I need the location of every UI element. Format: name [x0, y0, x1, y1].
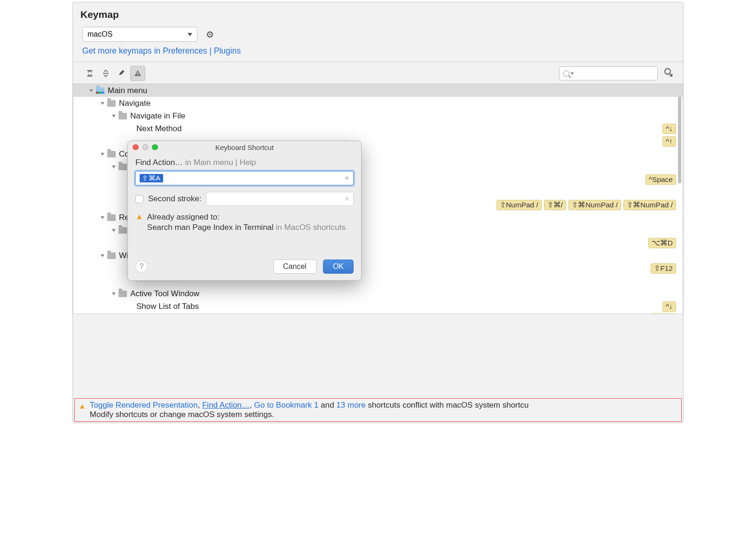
dialog-title: Keyboard Shortcut — [215, 143, 274, 151]
folder-icon — [118, 113, 127, 119]
conflict-link[interactable]: Toggle Rendered Presentation — [90, 401, 198, 410]
second-stroke-label: Second stroke: — [148, 194, 201, 204]
plus-icon: + — [345, 194, 349, 204]
warning-icon: ▲ — [135, 213, 143, 221]
keymap-preferences-panel: Keymap macOS ⚙ Get more keymaps in Prefe… — [72, 2, 684, 423]
folder-icon — [107, 252, 116, 259]
cancel-button[interactable]: Cancel — [273, 260, 316, 274]
tree-row-show-tabs[interactable]: Show List of Tabs^↓ — [73, 300, 683, 313]
tree-row-main-menu[interactable]: Main menu — [73, 84, 683, 97]
shortcut-tag: ^↓ — [662, 301, 676, 312]
plus-icon[interactable]: + — [345, 173, 349, 183]
more-keymaps-link[interactable]: Get more keymaps in Preferences | Plugin… — [80, 42, 676, 62]
already-assigned-warning: ▲ Already assigned to: Search man Page I… — [135, 213, 354, 232]
folder-icon — [96, 87, 104, 94]
expand-all-button[interactable] — [82, 66, 97, 81]
shortcut-tag: ^↓ — [662, 124, 676, 134]
zoom-icon[interactable] — [152, 144, 158, 150]
dialog-titlebar[interactable]: Keyboard Shortcut — [128, 141, 361, 153]
edit-shortcut-button[interactable] — [114, 66, 129, 81]
tree-row-navigate[interactable]: Navigate — [73, 97, 683, 110]
second-stroke-input: + — [206, 192, 354, 206]
search-input[interactable] — [559, 66, 658, 80]
shortcut-tag: ⇧⌘/ — [544, 200, 566, 210]
folder-icon — [118, 291, 127, 297]
chevron-down-icon — [570, 72, 574, 75]
ok-button[interactable]: OK — [323, 260, 354, 274]
tree-row-navigate-in-file[interactable]: Navigate in File — [73, 110, 683, 122]
second-stroke-checkbox[interactable] — [135, 195, 143, 203]
search-icon — [563, 71, 569, 77]
gear-icon[interactable]: ⚙ — [206, 29, 214, 40]
conflict-notice: ▲ Toggle Rendered Presentation, Find Act… — [74, 398, 682, 422]
folder-icon — [118, 164, 127, 170]
folder-icon — [107, 100, 116, 107]
conflict-link-find-action[interactable]: Find Action… — [202, 401, 250, 410]
first-stroke-value: ⇧⌘A — [140, 174, 163, 182]
shortcut-tag: ⌥⌘` — [651, 313, 676, 314]
conflict-link[interactable]: Go to Bookmark 1 — [254, 401, 319, 410]
shortcut-tag: ^Space — [646, 174, 676, 185]
page-title: Keymap — [80, 9, 676, 20]
chevron-down-icon — [188, 33, 192, 36]
tree-row-next-project-window[interactable]: Next Project Window⌥⌘` — [73, 313, 683, 314]
shortcut-tag: ^↑ — [662, 136, 676, 147]
folder-icon — [118, 227, 127, 234]
help-button[interactable]: ? — [135, 260, 148, 273]
shortcut-tag: ⌥⌘D — [648, 238, 676, 248]
dialog-action-path: Find Action… in Main menu | Help — [135, 158, 354, 167]
folder-icon — [107, 151, 116, 158]
toolbar — [80, 62, 676, 84]
tree-row-next-method[interactable]: Next Method^↓ — [73, 122, 683, 135]
svg-rect-0 — [137, 72, 138, 74]
keyboard-shortcut-dialog: Keyboard Shortcut Find Action… in Main m… — [127, 141, 362, 281]
collapse-all-button[interactable] — [98, 66, 113, 81]
warning-icon: ▲ — [79, 402, 86, 410]
shortcut-tag: ⇧F12 — [651, 263, 676, 274]
shortcut-tag: ⇧NumPad / — [496, 200, 542, 210]
first-stroke-input[interactable]: ⇧⌘A + — [135, 171, 354, 185]
minimize-icon — [142, 144, 149, 150]
svg-point-2 — [665, 69, 670, 74]
keymap-select[interactable]: macOS — [82, 27, 197, 42]
close-icon[interactable] — [133, 144, 139, 150]
shortcut-tag: ⇧⌘NumPad / — [623, 200, 676, 210]
conflict-more-link[interactable]: 13 more — [336, 401, 365, 410]
show-conflicts-button[interactable] — [130, 66, 145, 81]
shortcut-tag: ⇧⌘NumPad / — [568, 200, 621, 210]
svg-rect-1 — [137, 75, 138, 76]
tree-row-active-tool-window[interactable]: Active Tool Window — [73, 287, 683, 300]
keymap-select-value: macOS — [87, 30, 112, 39]
folder-icon — [107, 214, 116, 221]
find-by-shortcut-button[interactable] — [663, 67, 674, 79]
conflict-notice-line2: Modify shortcuts or change macOS system … — [90, 410, 529, 419]
